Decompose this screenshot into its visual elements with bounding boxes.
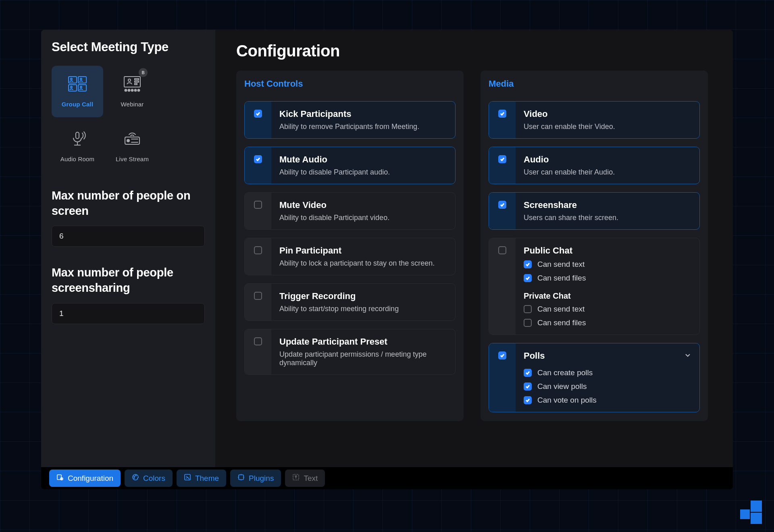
tab-plugins[interactable]: Plugins <box>230 470 281 487</box>
sub-option[interactable]: Can send text <box>524 305 691 314</box>
private-chat-title: Private Chat <box>524 291 691 301</box>
main: Configuration Host Controls Kick Partici… <box>215 30 733 489</box>
chevron-down-icon[interactable] <box>684 351 691 360</box>
panel-host-controls: Host Controls Kick Participants Ability … <box>236 71 464 421</box>
sub-option-label: Can view polls <box>537 382 587 391</box>
max-people-input[interactable] <box>52 226 205 247</box>
polls-title: Polls <box>524 351 545 361</box>
svg-point-15 <box>131 89 133 91</box>
max-people-label: Max number of people on screen <box>52 188 205 218</box>
svg-point-5 <box>71 86 72 88</box>
sub-option[interactable]: Can send text <box>524 260 691 269</box>
permission-card-chat[interactable]: Public Chat Can send textCan send files … <box>489 238 700 335</box>
permission-card[interactable]: Screenshare Users can share their screen… <box>489 192 700 230</box>
permission-checkbox-col <box>489 343 516 412</box>
permission-title: Mute Video <box>279 200 447 210</box>
permission-checkbox-col <box>245 238 271 275</box>
meeting-type-webinar[interactable]: B Webinar <box>106 66 158 117</box>
svg-rect-18 <box>76 132 79 139</box>
checkbox[interactable] <box>498 351 506 360</box>
sub-option[interactable]: Can send files <box>524 274 691 283</box>
audio-room-icon <box>68 131 87 149</box>
permission-card[interactable]: Kick Participants Ability to remove Part… <box>244 101 456 139</box>
svg-rect-6 <box>78 85 86 91</box>
sub-option[interactable]: Can create polls <box>524 368 691 377</box>
sub-option-label: Can send text <box>537 305 585 314</box>
permission-card[interactable]: Mute Video Ability to disable Participan… <box>244 192 456 230</box>
checkbox[interactable] <box>254 337 262 345</box>
checkbox[interactable] <box>524 369 532 377</box>
permission-desc: Ability to lock a participant to stay on… <box>279 259 447 268</box>
checkbox[interactable] <box>254 110 262 118</box>
app-window: Select Meeting Type Group Call <box>41 30 733 489</box>
tab-theme[interactable]: Theme <box>177 470 226 487</box>
panel-title: Host Controls <box>244 78 456 93</box>
permission-card[interactable]: Audio User can enable their Audio. <box>489 147 700 184</box>
checkbox[interactable] <box>498 155 506 163</box>
permission-title: Kick Participants <box>279 109 447 119</box>
permission-checkbox-col <box>245 147 271 184</box>
checkbox[interactable] <box>254 292 262 300</box>
meeting-type-label: Audio Room <box>60 156 95 162</box>
permission-desc: User can enable their Audio. <box>524 168 691 177</box>
webinar-badge: B <box>139 68 148 77</box>
tab-label: Colors <box>143 474 165 483</box>
svg-point-16 <box>135 89 137 91</box>
svg-point-7 <box>80 86 82 88</box>
max-screenshare-label: Max number of people screensharing <box>52 265 205 295</box>
meeting-type-audio-room[interactable]: Audio Room <box>52 121 103 172</box>
permission-card-polls[interactable]: Polls Can create pollsCan view pollsCan … <box>489 343 700 412</box>
meeting-type-live-stream[interactable]: Live Stream <box>106 121 158 172</box>
svg-point-13 <box>125 89 127 91</box>
permission-title: Audio <box>524 154 691 165</box>
svg-point-14 <box>128 89 130 91</box>
sub-option-label: Can send text <box>537 260 585 269</box>
sub-option-label: Can send files <box>537 274 586 283</box>
checkbox[interactable] <box>498 110 506 118</box>
permission-checkbox-col <box>245 329 271 374</box>
checkbox[interactable] <box>524 319 532 327</box>
checkbox[interactable] <box>254 155 262 163</box>
configuration-icon <box>56 474 64 483</box>
checkbox[interactable] <box>524 305 532 313</box>
checkbox[interactable] <box>254 246 262 254</box>
permission-title: Screenshare <box>524 200 691 210</box>
webinar-icon <box>123 76 142 94</box>
tab-colors[interactable]: Colors <box>125 470 173 487</box>
text-icon <box>292 474 300 483</box>
checkbox[interactable] <box>524 396 532 404</box>
permission-title: Update Participant Preset <box>279 337 447 347</box>
svg-rect-0 <box>69 77 77 83</box>
checkbox[interactable] <box>498 246 506 254</box>
permission-card[interactable]: Trigger Recording Ability to start/stop … <box>244 283 456 321</box>
svg-point-24 <box>135 475 136 476</box>
permission-title: Trigger Recording <box>279 291 447 301</box>
permission-card[interactable]: Update Participant Preset Update partici… <box>244 329 456 375</box>
sub-option[interactable]: Can vote on polls <box>524 396 691 405</box>
permission-desc: User can enable their Video. <box>524 123 691 131</box>
checkbox[interactable] <box>524 260 532 268</box>
bottom-tab-bar: Configuration Colors Theme Plugins Text <box>41 467 733 489</box>
sub-option[interactable]: Can view polls <box>524 382 691 391</box>
sub-option[interactable]: Can send files <box>524 318 691 327</box>
permission-card[interactable]: Video User can enable their Video. <box>489 101 700 139</box>
sub-option-label: Can send files <box>537 318 586 327</box>
checkbox[interactable] <box>524 274 532 282</box>
permission-card[interactable]: Pin Participant Ability to lock a partic… <box>244 238 456 275</box>
permission-card[interactable]: Mute Audio Ability to disable Participan… <box>244 147 456 184</box>
tab-text[interactable]: Text <box>285 470 325 487</box>
svg-point-25 <box>134 478 135 478</box>
meeting-type-group-call[interactable]: Group Call <box>52 66 103 117</box>
meeting-type-label: Webinar <box>121 101 144 108</box>
permission-checkbox-col <box>489 102 516 138</box>
tab-configuration[interactable]: Configuration <box>49 470 121 487</box>
theme-icon <box>184 474 191 483</box>
meeting-type-grid: Group Call B Webinar <box>52 66 205 172</box>
sidebar: Select Meeting Type Group Call <box>41 30 215 489</box>
checkbox[interactable] <box>498 201 506 209</box>
page-title: Configuration <box>236 42 712 60</box>
max-screenshare-input[interactable] <box>52 303 205 324</box>
checkbox[interactable] <box>254 201 262 209</box>
checkbox[interactable] <box>524 382 532 391</box>
sub-option-label: Can create polls <box>537 368 593 377</box>
